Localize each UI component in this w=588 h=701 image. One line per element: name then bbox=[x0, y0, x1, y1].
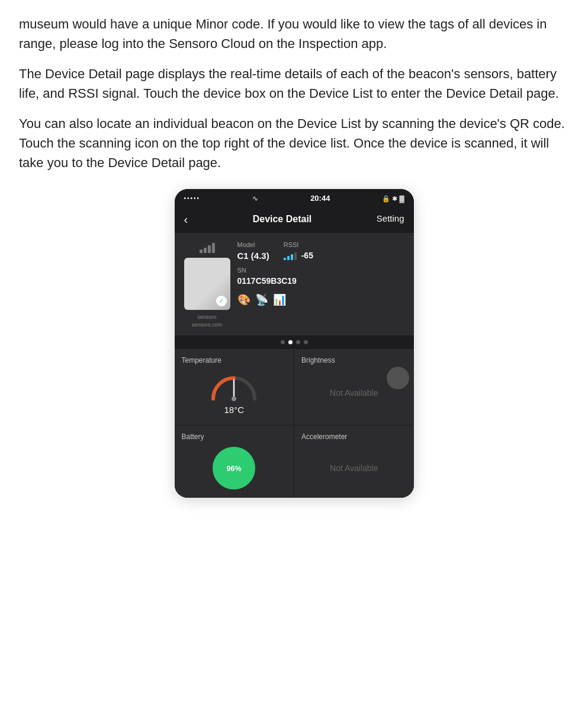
rssi-num: -65 bbox=[301, 249, 313, 262]
device-info: ✓ sensorosensoro.com Model C1 (4.3) RSSI bbox=[175, 233, 414, 335]
phone-mockup: ••••• ∿ 20:44 🔒 ✱ ▓ ‹ Device Detail Sett… bbox=[175, 189, 414, 498]
setting-button[interactable]: Setting bbox=[377, 212, 404, 226]
battery-cell: Battery 96% bbox=[175, 425, 294, 498]
chart-icon: 📊 bbox=[273, 292, 286, 308]
signal-bars bbox=[200, 240, 215, 253]
rssi-block: RSSI -65 bbox=[284, 240, 313, 263]
temperature-cell: Temperature 18°C bbox=[175, 349, 294, 425]
gauge-svg bbox=[207, 370, 261, 401]
check-icon: ✓ bbox=[216, 296, 227, 306]
temperature-title: Temperature bbox=[182, 355, 287, 366]
brightness-overlay bbox=[387, 367, 409, 389]
back-button[interactable]: ‹ bbox=[184, 210, 188, 228]
status-dots: ••••• bbox=[184, 194, 201, 203]
dot-2[interactable] bbox=[288, 340, 293, 344]
page-title: Device Detail bbox=[253, 212, 312, 226]
brightness-cell: Brightness Not Available bbox=[294, 349, 414, 425]
device-image: ✓ bbox=[184, 258, 230, 310]
battery-ring: 96% bbox=[213, 447, 255, 489]
svg-point-1 bbox=[232, 396, 236, 401]
dot-3[interactable] bbox=[296, 340, 300, 344]
rssi-label: RSSI bbox=[284, 240, 313, 250]
paragraph-2: The Device Detail page displays the real… bbox=[19, 64, 569, 103]
phone-wrapper: ••••• ∿ 20:44 🔒 ✱ ▓ ‹ Device Detail Sett… bbox=[19, 189, 569, 498]
status-icons: 🔒 ✱ ▓ bbox=[382, 194, 404, 204]
nav-bar: ‹ Device Detail Setting bbox=[175, 207, 414, 233]
device-details: Model C1 (4.3) RSSI -65 bbox=[237, 240, 404, 309]
device-label: sensorosensoro.com bbox=[192, 313, 223, 329]
model-rssi-row: Model C1 (4.3) RSSI -65 bbox=[237, 240, 404, 263]
device-icons-row: 🎨 📡 📊 bbox=[237, 292, 404, 308]
rssi-value-row: -65 bbox=[284, 249, 313, 262]
brightness-not-available: Not Available bbox=[330, 387, 378, 399]
battery-ring-svg: 96% bbox=[216, 447, 252, 489]
brightness-title: Brightness bbox=[301, 355, 407, 366]
accelerometer-not-available: Not Available bbox=[330, 462, 378, 475]
model-value: C1 (4.3) bbox=[237, 249, 269, 263]
paragraph-3: You can also locate an individual beacon… bbox=[19, 114, 569, 172]
dot-1[interactable] bbox=[281, 340, 285, 344]
sn-block: SN 0117C59B3C19 bbox=[237, 265, 404, 288]
para2-text: The Device Detail page displays the real… bbox=[19, 66, 559, 101]
temperature-value: 18°C bbox=[224, 404, 244, 417]
model-block: Model C1 (4.3) bbox=[237, 240, 269, 263]
sensor-grid: Temperature 18°C bbox=[175, 349, 414, 498]
dots-pagination bbox=[175, 335, 414, 349]
status-bar: ••••• ∿ 20:44 🔒 ✱ ▓ bbox=[175, 189, 414, 207]
para1-text: museum would have a unique Minor code. I… bbox=[19, 17, 547, 51]
temperature-content: 18°C bbox=[182, 370, 287, 417]
rssi-bars bbox=[284, 252, 297, 260]
dot-4[interactable] bbox=[304, 340, 308, 344]
sn-value: 0117C59B3C19 bbox=[237, 275, 404, 287]
accelerometer-title: Accelerometer bbox=[301, 431, 407, 442]
status-time: 20:44 bbox=[310, 193, 330, 204]
model-label: Model bbox=[237, 240, 269, 250]
paragraph-1: museum would have a unique Minor code. I… bbox=[19, 14, 569, 53]
wifi-icon: ∿ bbox=[252, 193, 258, 204]
lock-icon: 🔒 bbox=[382, 194, 390, 204]
device-image-block: ✓ sensorosensoro.com bbox=[184, 240, 230, 329]
battery-content: 96% bbox=[182, 447, 287, 489]
palette-icon: 🎨 bbox=[237, 292, 250, 308]
sn-label: SN bbox=[237, 265, 404, 276]
svg-text:96%: 96% bbox=[227, 465, 242, 473]
bluetooth-icon: ✱ bbox=[392, 194, 397, 204]
battery-title: Battery bbox=[182, 431, 287, 442]
battery-gauge: 96% bbox=[182, 447, 287, 489]
battery-icon: ▓ bbox=[399, 194, 404, 204]
para3-text: You can also locate an individual beacon… bbox=[19, 116, 565, 170]
accelerometer-content: Not Available bbox=[301, 447, 407, 489]
temperature-gauge: 18°C bbox=[182, 370, 287, 417]
accelerometer-cell: Accelerometer Not Available bbox=[294, 425, 414, 498]
signal-icon: 📡 bbox=[255, 292, 268, 308]
